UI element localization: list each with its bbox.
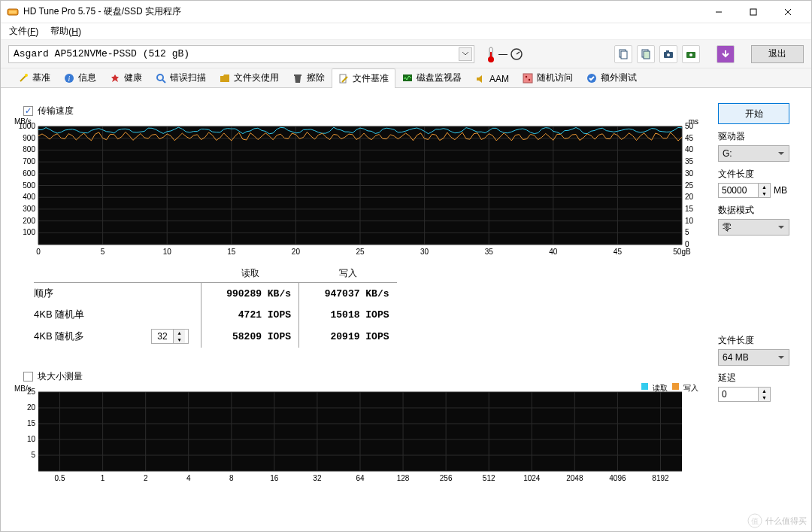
svg-text:32: 32 [313, 474, 322, 482]
svg-point-16 [667, 53, 670, 56]
copy-info-button[interactable] [637, 45, 655, 63]
drive-label: 驱动器 [718, 130, 801, 143]
speaker-icon [475, 74, 486, 84]
svg-text:5: 5 [101, 248, 105, 256]
thermometer-icon [486, 46, 495, 62]
spin-up[interactable]: ▲ [759, 184, 770, 190]
svg-text:400: 400 [23, 193, 35, 201]
filelen2-select[interactable]: 64 MB [718, 349, 789, 366]
temperature-indicator: — [486, 46, 523, 62]
file-wand-icon [338, 74, 349, 84]
svg-text:45: 45 [614, 248, 623, 256]
svg-text:5: 5 [685, 228, 689, 236]
transfer-checkbox[interactable] [23, 106, 33, 116]
svg-rect-12 [621, 51, 627, 59]
spin-up[interactable]: ▲ [174, 330, 185, 336]
svg-text:300: 300 [23, 205, 35, 213]
tab-extra-tests[interactable]: 额外测试 [580, 68, 644, 87]
svg-line-25 [162, 80, 165, 83]
svg-text:0.5: 0.5 [55, 474, 65, 482]
watermark: 值 什么值得买 [747, 513, 807, 528]
tab-aam[interactable]: AAM [468, 70, 516, 87]
blocksize-title: 块大小测量 [38, 370, 83, 383]
filelen2-label: 文件长度 [718, 334, 801, 347]
svg-text:10: 10 [27, 435, 36, 443]
chevron-down-icon[interactable] [459, 47, 472, 61]
drive-select[interactable]: Asgard AP512NVMe-PSSD (512 gB) [8, 45, 474, 63]
monitor-icon [402, 73, 413, 84]
svg-text:20: 20 [292, 248, 301, 256]
delay-input[interactable] [719, 388, 758, 401]
blocksize-checkbox[interactable] [23, 372, 33, 382]
svg-text:128: 128 [397, 474, 410, 482]
svg-text:10: 10 [163, 248, 172, 256]
tab-file-benchmark[interactable]: 文件基准 [332, 68, 395, 88]
options-button[interactable] [717, 45, 735, 63]
menu-file[interactable]: 文件(F) [5, 23, 43, 39]
tab-errorscan[interactable]: 错误扫描 [149, 68, 213, 87]
queue-depth-input[interactable] [152, 330, 173, 343]
svg-text:8192: 8192 [652, 474, 669, 482]
svg-line-10 [517, 52, 520, 54]
trash-icon [292, 73, 303, 84]
svg-text:1: 1 [101, 474, 105, 482]
screenshot-button[interactable] [659, 45, 677, 63]
svg-text:1000: 1000 [19, 122, 36, 130]
tab-disk-monitor[interactable]: 磁盘监视器 [395, 68, 468, 87]
rnd1-read: 4721 IOPS [201, 304, 299, 325]
svg-text:800: 800 [23, 145, 35, 154]
datamode-select[interactable]: 零 [718, 219, 789, 236]
toolbar: Asgard AP512NVMe-PSSD (512 gB) — 退出 [1, 40, 811, 68]
spin-up[interactable]: ▲ [759, 388, 770, 394]
svg-text:600: 600 [23, 169, 35, 178]
svg-text:30: 30 [685, 169, 694, 178]
blocksize-chart: MB/s 读取 写入 510152025 0.51248163264128256… [11, 385, 703, 486]
titlebar: HD Tune Pro 5.75 - 硬盘/SSD 实用程序 [1, 1, 811, 23]
svg-point-19 [689, 53, 692, 56]
svg-text:15: 15 [27, 419, 36, 427]
menu-help[interactable]: 帮助(H) [46, 23, 86, 39]
svg-text:15: 15 [227, 248, 236, 256]
save-screenshot-button[interactable] [682, 45, 700, 63]
filelen-input[interactable] [719, 184, 758, 197]
svg-text:50gB: 50gB [673, 248, 691, 256]
close-button[interactable] [771, 1, 805, 23]
filelen-spinbox[interactable]: ▲▼ [718, 183, 771, 198]
drive-letter-select[interactable]: G: [718, 145, 789, 162]
spin-down[interactable]: ▼ [174, 336, 185, 343]
maximize-button[interactable] [736, 1, 771, 23]
delay-spinbox[interactable]: ▲▼ [718, 387, 771, 402]
svg-point-32 [529, 78, 530, 80]
svg-point-24 [157, 74, 163, 81]
queue-depth-spinbox[interactable]: ▲▼ [151, 329, 189, 344]
svg-text:16: 16 [270, 474, 279, 482]
smzdm-icon: 值 [747, 513, 762, 528]
datamode-label: 数据模式 [718, 204, 801, 217]
svg-rect-26 [294, 74, 301, 76]
svg-point-21 [25, 74, 28, 77]
exit-button[interactable]: 退出 [751, 45, 804, 63]
svg-text:35: 35 [485, 248, 494, 256]
filelen-unit: MB [774, 185, 787, 196]
svg-rect-17 [666, 50, 669, 53]
svg-text:2048: 2048 [566, 474, 583, 482]
svg-text:20: 20 [685, 193, 694, 201]
tab-erase[interactable]: 擦除 [286, 68, 332, 87]
transfer-title: 传输速度 [38, 105, 74, 117]
minimize-button[interactable] [701, 1, 736, 23]
tab-health[interactable]: 健康 [103, 68, 149, 87]
tab-random-access[interactable]: 随机访问 [516, 68, 580, 87]
svg-rect-1 [9, 11, 17, 14]
spin-down[interactable]: ▼ [759, 190, 770, 197]
spin-down[interactable]: ▼ [759, 394, 770, 401]
row-sequential: 顺序 [34, 283, 139, 305]
svg-text:50: 50 [685, 122, 694, 130]
svg-text:900: 900 [23, 134, 35, 142]
svg-text:700: 700 [23, 157, 35, 166]
tab-folder-usage[interactable]: 文件夹使用 [213, 68, 286, 87]
start-button[interactable]: 开始 [718, 103, 789, 124]
tab-benchmark[interactable]: 基准 [11, 68, 57, 87]
copy-text-button[interactable] [614, 45, 632, 63]
svg-text:25: 25 [356, 248, 365, 256]
tab-info[interactable]: i信息 [57, 68, 103, 87]
